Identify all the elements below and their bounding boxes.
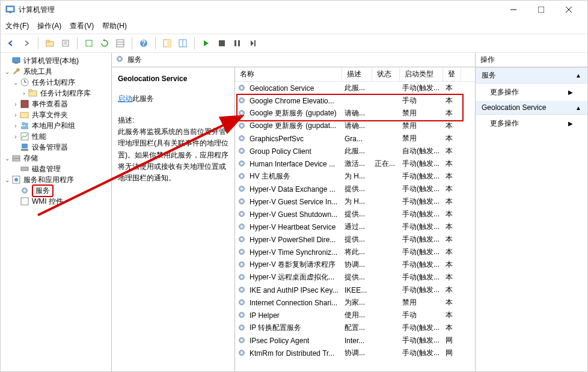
preview-icon[interactable]: [161, 37, 174, 50]
back-button[interactable]: [4, 37, 17, 50]
svg-text:?: ?: [141, 39, 145, 47]
service-row[interactable]: Human Interface Device ... 激活... 正在... 手…: [235, 157, 475, 170]
svg-point-66: [240, 175, 243, 177]
svg-point-45: [14, 178, 18, 181]
col-state[interactable]: 状态: [372, 67, 400, 81]
svg-point-94: [240, 352, 243, 354]
gear-icon: [237, 323, 247, 333]
pause-icon[interactable]: [231, 37, 244, 50]
service-row[interactable]: GraphicsPerfSvc Gra... 禁用 本: [235, 132, 475, 145]
svg-point-47: [23, 189, 26, 192]
gear-icon: [237, 235, 247, 245]
more-actions-2[interactable]: 更多操作 ▶: [476, 115, 587, 132]
tree-services[interactable]: ▸服务: [3, 185, 109, 196]
start-link[interactable]: 启动: [118, 94, 132, 103]
start-icon[interactable]: [200, 37, 213, 50]
tree-local-users[interactable]: ›本地用户和组: [3, 120, 109, 131]
columns-icon[interactable]: [176, 37, 189, 50]
svg-point-82: [240, 276, 243, 278]
list-icon[interactable]: [114, 37, 127, 50]
help-icon[interactable]: ?: [137, 37, 150, 50]
folder-icon[interactable]: [43, 37, 57, 50]
service-row[interactable]: Hyper-V Data Exchange ... 提供... 手动(触发...…: [235, 183, 475, 195]
service-row[interactable]: Internet Connection Shari... 为家... 禁用 本: [235, 296, 475, 309]
service-row[interactable]: Google 更新服务 (gupdate) 请确... 禁用 本: [235, 107, 475, 120]
tree-performance[interactable]: ›性能: [3, 131, 109, 142]
service-row[interactable]: Hyper-V PowerShell Dire... 提供... 手动(触发..…: [235, 233, 475, 246]
window-title: 计算机管理: [19, 5, 500, 15]
menu-help[interactable]: 帮助(H): [102, 21, 127, 31]
svg-rect-13: [117, 40, 124, 47]
tree-disk-mgmt[interactable]: ▸磁盘管理: [3, 163, 109, 174]
service-row[interactable]: Group Policy Client 此服... 自动(触发... 本: [235, 145, 475, 157]
refresh-icon[interactable]: [98, 37, 111, 50]
tree-task-scheduler[interactable]: ⌄任务计划程序: [3, 77, 109, 88]
export-icon[interactable]: [82, 37, 96, 50]
service-row[interactable]: IP 转换配置服务 配置... 手动(触发... 本: [235, 322, 475, 334]
actions-services-section[interactable]: 服务 ▲: [476, 68, 587, 84]
service-row[interactable]: Hyper-V Guest Shutdown... 提供... 手动(触发...…: [235, 208, 475, 221]
chevron-right-icon: ▶: [568, 120, 573, 127]
svg-rect-23: [234, 40, 236, 46]
svg-point-35: [22, 122, 25, 126]
service-row[interactable]: IPsec Policy Agent Inter... 手动(触发... 网: [235, 334, 475, 347]
service-row[interactable]: IP Helper 使用... 手动 本: [235, 309, 475, 322]
menu-action[interactable]: 操作(A): [37, 21, 61, 31]
minimize-button[interactable]: [500, 1, 527, 19]
svg-rect-27: [14, 63, 18, 64]
services-app-icon: [11, 175, 21, 184]
service-row[interactable]: Geolocation Service 此服... 手动(触发... 本: [235, 82, 475, 94]
svg-rect-26: [13, 58, 20, 63]
book-icon: [20, 99, 29, 109]
col-desc[interactable]: 描述: [342, 67, 372, 81]
gear-icon: [237, 260, 247, 270]
svg-point-56: [240, 112, 243, 114]
col-start[interactable]: 启动类型: [400, 67, 443, 81]
tree-system-tools[interactable]: ⌄系统工具: [3, 66, 109, 77]
service-detail-pane: Geolocation Service 启动此服务 描述:此服务将监视系统的当前…: [112, 67, 235, 372]
restart-icon[interactable]: [247, 37, 260, 50]
service-row[interactable]: Hyper-V 卷影复制请求程序 协调... 手动(触发... 本: [235, 258, 475, 271]
service-row[interactable]: Hyper-V Time Synchroniz... 将此... 手动(触发..…: [235, 246, 475, 258]
gear-icon: [237, 222, 247, 232]
svg-point-68: [240, 188, 243, 190]
properties-icon[interactable]: [59, 37, 72, 50]
app-icon: [5, 5, 15, 14]
tree-wmi[interactable]: ▸WMI 控件: [3, 196, 109, 207]
svg-rect-4: [538, 7, 544, 13]
tree-task-lib[interactable]: ›任务计划程序库: [3, 88, 109, 99]
svg-rect-41: [13, 156, 20, 158]
svg-rect-32: [29, 90, 32, 91]
service-row[interactable]: Hyper-V Guest Service In... 为 H... 手动(触发…: [235, 195, 475, 208]
close-button[interactable]: [555, 1, 583, 19]
menu-file[interactable]: 文件(F): [5, 21, 29, 31]
gear-icon: [20, 186, 29, 195]
service-row[interactable]: IKE and AuthIP IPsec Key... IKEE... 手动(触…: [235, 284, 475, 296]
col-logon[interactable]: 登: [443, 67, 461, 81]
forward-button[interactable]: [20, 37, 33, 50]
tree-storage[interactable]: ⌄存储: [3, 153, 109, 163]
gear-icon: [237, 210, 247, 219]
tree-shared-folders[interactable]: ›共享文件夹: [3, 109, 109, 120]
gear-icon: [237, 159, 247, 169]
menu-view[interactable]: 查看(V): [70, 21, 94, 31]
tree-device-manager[interactable]: ▸设备管理器: [3, 142, 109, 153]
maximize-button[interactable]: [527, 1, 555, 19]
svg-point-74: [240, 225, 243, 228]
col-name[interactable]: 名称: [235, 67, 342, 81]
service-row[interactable]: Hyper-V Heartbeat Service 通过... 手动(触发...…: [235, 221, 475, 233]
more-actions-1[interactable]: 更多操作 ▶: [476, 84, 587, 101]
tree-root[interactable]: ▸计算机管理(本地): [3, 55, 109, 66]
service-row[interactable]: HV 主机服务 为 H... 手动(触发... 本: [235, 170, 475, 183]
stop-icon[interactable]: [215, 37, 228, 50]
service-row[interactable]: Google Chrome Elevatio... 手动 本: [235, 94, 475, 107]
actions-geo-section[interactable]: Geolocation Service ▲: [476, 101, 587, 115]
gear-icon: [237, 109, 247, 118]
tree-event-viewer[interactable]: ›事件查看器: [3, 99, 109, 109]
service-row[interactable]: KtmRm for Distributed Tr... 协调... 手动(触发.…: [235, 347, 475, 359]
service-row[interactable]: Google 更新服务 (gupdat... 请确... 禁用 本: [235, 120, 475, 132]
svg-rect-42: [13, 159, 20, 161]
service-row[interactable]: Hyper-V 远程桌面虚拟化... 提供... 手动(触发... 本: [235, 271, 475, 284]
tree-services-apps[interactable]: ⌄服务和应用程序: [3, 174, 109, 185]
device-icon: [20, 142, 29, 152]
